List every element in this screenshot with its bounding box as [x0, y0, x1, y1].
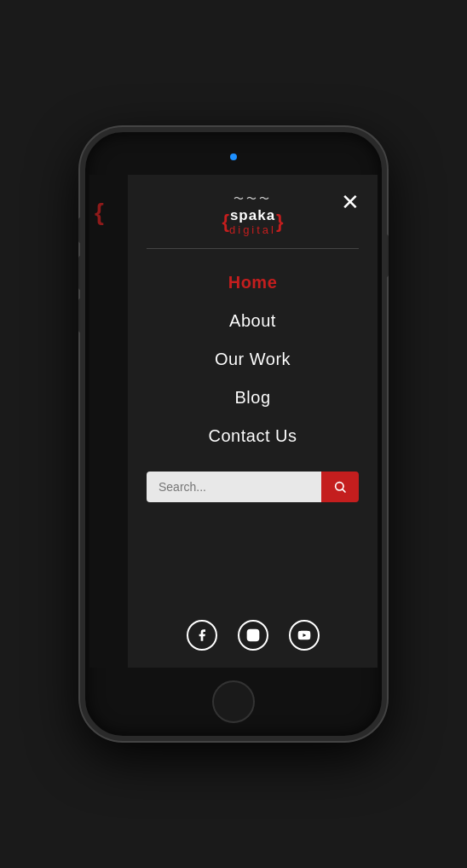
search-input[interactable] — [147, 472, 321, 502]
phone-frame: { ✕ 〜〜〜 { spaka digital } — [80, 127, 387, 741]
nav-label-blog: Blog — [234, 388, 270, 407]
phone-screen: { ✕ 〜〜〜 { spaka digital } — [89, 175, 378, 668]
search-icon — [333, 480, 347, 494]
mute-button — [78, 217, 83, 243]
youtube-svg — [297, 628, 311, 642]
instagram-svg — [246, 628, 260, 642]
logo-steam-decoration: 〜〜〜 — [234, 192, 272, 206]
background-panel: { — [89, 175, 128, 668]
logo-brand-bottom: digital — [229, 224, 276, 236]
nav-item-about[interactable]: About — [128, 303, 378, 339]
nav-list: Home About Our Work Blog Contact Us — [128, 264, 378, 454]
social-bar — [187, 611, 320, 651]
close-button[interactable]: ✕ — [335, 187, 366, 217]
nav-label-contact: Contact Us — [209, 426, 297, 445]
power-button — [384, 234, 389, 277]
front-camera — [230, 153, 237, 160]
menu-overlay: ✕ 〜〜〜 { spaka digital } Home — [128, 175, 378, 668]
nav-item-home[interactable]: Home — [128, 264, 378, 301]
logo-brace-open: { — [222, 211, 229, 233]
phone-top-bar — [85, 132, 382, 175]
logo-area: 〜〜〜 { spaka digital } — [222, 192, 283, 236]
youtube-icon[interactable] — [289, 620, 320, 651]
logo-brand-top: spaka — [230, 208, 275, 224]
volume-down-button — [78, 298, 83, 333]
nav-label-home: Home — [228, 273, 278, 292]
nav-item-our-work[interactable]: Our Work — [128, 341, 378, 378]
facebook-icon[interactable] — [187, 620, 217, 651]
close-icon: ✕ — [341, 191, 360, 213]
search-bar — [147, 472, 359, 502]
phone-bottom-bar — [85, 668, 382, 736]
svg-point-4 — [256, 632, 257, 633]
home-button[interactable] — [212, 680, 255, 723]
nav-item-blog[interactable]: Blog — [128, 379, 378, 416]
facebook-svg — [195, 628, 209, 642]
search-button[interactable] — [321, 472, 359, 502]
svg-line-1 — [343, 489, 345, 492]
volume-up-button — [78, 256, 83, 290]
instagram-icon[interactable] — [238, 620, 268, 651]
nav-item-contact[interactable]: Contact Us — [128, 418, 378, 454]
menu-divider — [147, 248, 359, 249]
svg-point-3 — [251, 633, 255, 637]
curly-brace-icon: { — [89, 200, 104, 224]
nav-label-about: About — [229, 311, 276, 330]
logo-brace-close: } — [276, 211, 284, 233]
nav-label-our-work: Our Work — [215, 350, 291, 368]
